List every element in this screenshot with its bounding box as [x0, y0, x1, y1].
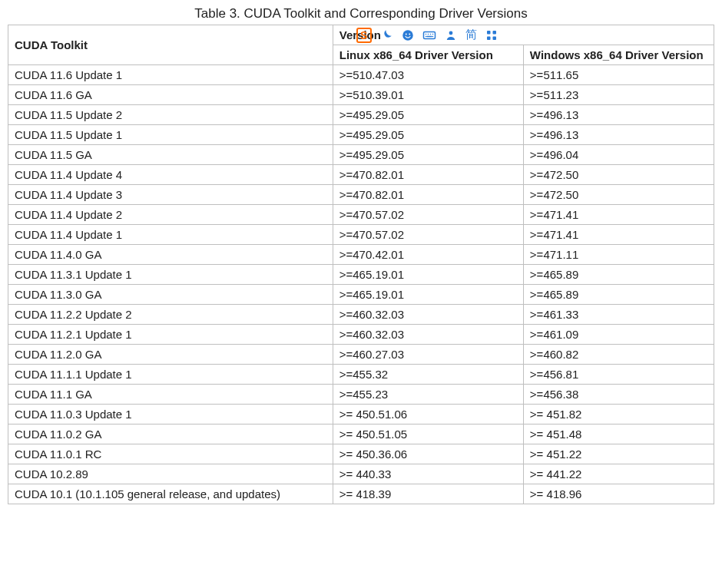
table-row: CUDA 11.3.1 Update 1>=465.19.01>=465.89	[8, 265, 714, 285]
cell-linux: >=455.23	[333, 385, 523, 405]
cell-windows: >=461.33	[523, 305, 714, 325]
moon-icon	[379, 28, 393, 42]
svg-rect-6	[492, 31, 496, 35]
th-windows-driver: Windows x86_64 Driver Version	[523, 45, 714, 65]
cell-linux: >=470.82.01	[333, 185, 523, 205]
cell-cuda: CUDA 11.2.1 Update 1	[8, 325, 333, 345]
svg-rect-5	[487, 31, 491, 35]
cell-windows: >=496.04	[523, 145, 714, 165]
table-row: CUDA 11.4 Update 1>=470.57.02>=471.41	[8, 225, 714, 245]
svg-rect-8	[492, 36, 496, 40]
cell-cuda: CUDA 11.5 Update 2	[8, 105, 333, 125]
table-row: CUDA 11.4 Update 4>=470.82.01>=472.50	[8, 165, 714, 185]
cell-linux: >=460.27.03	[333, 345, 523, 365]
cell-windows: >=496.13	[523, 105, 714, 125]
cell-cuda: CUDA 11.6 Update 1	[8, 65, 333, 85]
cell-cuda: CUDA 11.4 Update 3	[8, 185, 333, 205]
cell-windows: >=465.89	[523, 265, 714, 285]
cell-cuda: CUDA 11.2.0 GA	[8, 345, 333, 365]
svg-rect-7	[487, 36, 491, 40]
cell-linux: >=465.19.01	[333, 285, 523, 305]
cell-windows: >=456.81	[523, 365, 714, 385]
table-row: CUDA 11.2.0 GA>=460.27.03>=460.82	[8, 345, 714, 365]
cell-windows: >=471.41	[523, 225, 714, 245]
table-row: CUDA 11.1 GA>=455.23>=456.38	[8, 385, 714, 405]
cell-windows: >= 441.22	[523, 464, 714, 484]
cell-windows: >=472.50	[523, 185, 714, 205]
svg-point-2	[409, 33, 410, 35]
cell-cuda: CUDA 11.6 GA	[8, 85, 333, 105]
table-caption: Table 3. CUDA Toolkit and Corresponding …	[8, 6, 714, 21]
cell-cuda: CUDA 11.1.1 Update 1	[8, 365, 333, 385]
cell-windows: >= 451.22	[523, 444, 714, 464]
table-row: CUDA 11.2.2 Update 2>=460.32.03>=461.33	[8, 305, 714, 325]
cell-cuda: CUDA 11.0.2 GA	[8, 424, 333, 444]
cell-linux: >=460.32.03	[333, 305, 523, 325]
grid-icon	[485, 28, 498, 42]
header-row-1: CUDA Toolkit S	[8, 25, 714, 45]
cell-linux: >=470.42.01	[333, 245, 523, 265]
cell-cuda: CUDA 11.2.2 Update 2	[8, 305, 333, 325]
table-row: CUDA 11.0.3 Update 1>= 450.51.06>= 451.8…	[8, 405, 714, 424]
cell-linux: >= 418.39	[333, 484, 523, 504]
document-page: Table 3. CUDA Toolkit and Corresponding …	[0, 0, 722, 512]
cell-linux: >=510.47.03	[333, 65, 523, 85]
cell-windows: >=472.50	[523, 165, 714, 185]
cell-linux: >=470.57.02	[333, 225, 523, 245]
cell-linux: >=495.29.05	[333, 125, 523, 145]
cell-cuda: CUDA 11.4 Update 2	[8, 205, 333, 225]
cell-linux: >=455.32	[333, 365, 523, 385]
th-toolkit-driver-version: S 简	[333, 25, 714, 45]
smiley-icon	[401, 28, 415, 42]
cell-cuda: CUDA 11.0.3 Update 1	[8, 405, 333, 424]
cell-cuda: CUDA 11.5 GA	[8, 145, 333, 165]
ime-simplified-label: 简	[465, 28, 477, 42]
cell-linux: >= 440.33	[333, 464, 523, 484]
cell-cuda: CUDA 11.4.0 GA	[8, 245, 333, 265]
cell-linux: >=495.29.05	[333, 105, 523, 125]
table-row: CUDA 11.4 Update 2>=470.57.02>=471.41	[8, 205, 714, 225]
cell-linux: >=495.29.05	[333, 145, 523, 165]
cell-cuda: CUDA 11.0.1 RC	[8, 444, 333, 464]
cell-cuda: CUDA 11.5 Update 1	[8, 125, 333, 145]
keyboard-icon	[422, 28, 436, 42]
svg-rect-3	[423, 31, 435, 38]
cell-windows: >= 451.82	[523, 405, 714, 424]
cell-linux: >= 450.51.05	[333, 424, 523, 444]
cell-cuda: CUDA 11.4 Update 1	[8, 225, 333, 245]
cell-windows: >=456.38	[523, 385, 714, 405]
th-linux-driver: Linux x86_64 Driver Version	[333, 45, 523, 65]
person-icon	[444, 28, 458, 42]
table-row: CUDA 11.5 Update 2>=495.29.05>=496.13	[8, 105, 714, 125]
cell-linux: >=470.57.02	[333, 205, 523, 225]
cell-cuda: CUDA 10.2.89	[8, 464, 333, 484]
table-row: CUDA 10.2.89>= 440.33>= 441.22	[8, 464, 714, 484]
cell-windows: >=461.09	[523, 325, 714, 345]
cell-cuda: CUDA 11.4 Update 4	[8, 165, 333, 185]
cell-linux: >=465.19.01	[333, 265, 523, 285]
table-row: CUDA 11.6 GA>=510.39.01>=511.23	[8, 85, 714, 105]
svg-point-4	[449, 31, 452, 35]
cell-windows: >=511.65	[523, 65, 714, 85]
cell-windows: >=496.13	[523, 125, 714, 145]
table-row: CUDA 11.3.0 GA>=465.19.01>=465.89	[8, 285, 714, 305]
table-row: CUDA 11.1.1 Update 1>=455.32>=456.81	[8, 365, 714, 385]
cuda-driver-table: CUDA Toolkit S	[8, 25, 714, 504]
table-row: CUDA 11.5 Update 1>=495.29.05>=496.13	[8, 125, 714, 145]
cell-windows: >=460.82	[523, 345, 714, 365]
table-row: CUDA 11.4.0 GA>=470.42.01>=471.11	[8, 245, 714, 265]
cell-windows: >=471.11	[523, 245, 714, 265]
cell-windows: >=511.23	[523, 85, 714, 105]
table-row: CUDA 11.4 Update 3>=470.82.01>=472.50	[8, 185, 714, 205]
svg-point-1	[406, 33, 407, 35]
table-row: CUDA 11.0.2 GA>= 450.51.05>= 451.48	[8, 424, 714, 444]
cell-cuda: CUDA 11.3.0 GA	[8, 285, 333, 305]
th-cuda-toolkit: CUDA Toolkit	[8, 25, 333, 65]
table-row: CUDA 10.1 (10.1.105 general release, and…	[8, 484, 714, 504]
cell-linux: >=510.39.01	[333, 85, 523, 105]
cell-windows: >= 451.48	[523, 424, 714, 444]
table-row: CUDA 11.5 GA>=495.29.05>=496.04	[8, 145, 714, 165]
ime-toolbar: S 简	[356, 28, 498, 43]
cell-linux: >=460.32.03	[333, 325, 523, 345]
cell-windows: >=471.41	[523, 205, 714, 225]
